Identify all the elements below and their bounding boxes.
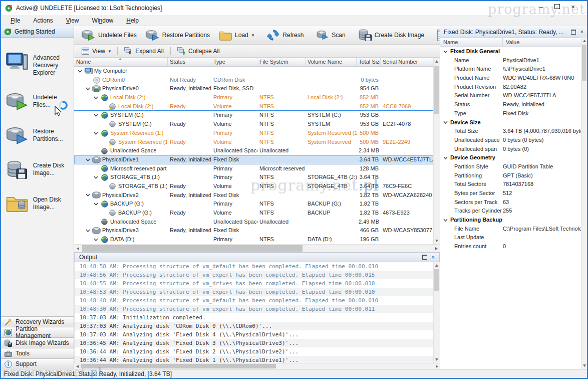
tree-row-system-c[interactable]: SYSTEM (C:)PrimaryNTFSSYSTEM (C:)953 GB — [74, 111, 433, 120]
detail-row-tracks-per-cylinder[interactable]: Tracks per Cylinder255 — [440, 207, 581, 216]
tree-hscroll-thumb[interactable] — [82, 245, 303, 252]
tree-row-system-reserved-1[interactable]: System Reserved (1:)PrimaryNTFSSystem Re… — [74, 129, 433, 138]
sidebar-item-create-disk-image[interactable]: Create Disk Image... — [1, 160, 74, 179]
expand-chevron-icon[interactable] — [93, 238, 99, 242]
toolbar-button-load[interactable]: Load▾ — [214, 29, 258, 42]
column-header-status[interactable]: Status — [168, 58, 211, 66]
sidebar-section-partition-management[interactable]: Partition Management — [1, 327, 74, 337]
scroll-right-icon[interactable] — [434, 363, 440, 369]
tree-row-backup-g[interactable]: BACKUP (G:)ReadyVolumeNTFSBACKUP1.82 TB4… — [74, 209, 433, 218]
collapse-chevron-icon[interactable] — [442, 218, 448, 222]
tree-row-unallocated-space[interactable]: Unallocated SpaceUnallocated SpaceUnallo… — [74, 218, 433, 227]
tree-row-data-d[interactable]: DATA (D:)PrimaryNTFSDATA (D:)196 GB — [74, 235, 433, 244]
tree-row-physicaldrive2[interactable]: PhysicalDrive2Ready, InitializedFixed Di… — [74, 191, 433, 200]
detail-row-unallocated-space[interactable]: Unallocated space0 bytes (0 bytes) — [440, 136, 581, 145]
collapse-chevron-icon[interactable] — [442, 120, 448, 124]
column-header-serial-number[interactable]: Serial Number — [381, 58, 433, 66]
sidebar-section-disk-image-wizards[interactable]: Disk Image Wizards — [1, 337, 74, 348]
detail-row-partition-style[interactable]: Partition StyleGUID Partition Table — [440, 162, 581, 171]
close-button[interactable]: × — [565, 0, 581, 13]
expand-chevron-icon[interactable] — [93, 175, 99, 179]
menu-window[interactable]: Window — [86, 15, 120, 26]
scroll-down-icon[interactable] — [581, 362, 587, 369]
details-name-column-header[interactable]: Name — [440, 38, 503, 47]
collapse-chevron-icon[interactable] — [442, 156, 448, 160]
detail-row-sectors-per-track[interactable]: Sectors per Track63 — [440, 198, 581, 207]
toolbar-button-undelete-files[interactable]: Undelete Files — [77, 29, 141, 42]
scroll-up-icon[interactable] — [434, 262, 440, 269]
detail-row-bytes-per-sector[interactable]: Bytes per Sector512 — [440, 189, 581, 198]
detail-row-type[interactable]: TypeFixed Disk — [440, 109, 581, 118]
scroll-left-icon[interactable] — [74, 245, 81, 252]
details-vscroll-thumb[interactable] — [582, 45, 586, 81]
tree-row-local-disk-2[interactable]: Local Disk (2:)PrimaryNTFSLocal Disk (2:… — [74, 93, 433, 102]
toolbar-button-expand-all[interactable]: Expand All — [120, 46, 168, 56]
tree-row-storage-4tb-j[interactable]: STORAGE_4TB (J:)ReadyVolumeNTFSSTORAGE_4… — [74, 182, 433, 191]
output-vscroll-thumb[interactable] — [434, 269, 439, 291]
menu-actions[interactable]: Actions — [27, 15, 59, 26]
tree-row-system-reserved-1[interactable]: System Reserved (1:)ReadyVolumeNTFSSyste… — [74, 138, 433, 147]
toolbar-button-create-disk-image[interactable]: Create Disk Image — [354, 28, 429, 42]
tree-row-system-c[interactable]: SYSTEM (C:)ReadyVolumeNTFSSYSTEM953 GBEC… — [74, 120, 433, 129]
output-hscroll-thumb[interactable] — [81, 364, 276, 368]
detail-group-device-geometry[interactable]: Device Geometry — [440, 153, 581, 162]
expand-chevron-icon[interactable] — [85, 87, 91, 91]
expand-chevron-icon[interactable] — [93, 202, 99, 206]
column-header-name[interactable]: Name — [74, 58, 168, 66]
expand-chevron-icon[interactable] — [85, 158, 91, 162]
column-header-file-system[interactable]: File System — [257, 58, 306, 66]
tree-row-cdrom0[interactable]: CDRom0Not ReadyCDRom Disk0 bytes — [74, 76, 433, 85]
expand-chevron-icon[interactable] — [77, 69, 83, 73]
getting-started-header[interactable]: Getting Started — [1, 26, 74, 38]
tree-row-physicaldrive0[interactable]: PhysicalDrive0Ready, InitializedFixed Di… — [74, 84, 433, 93]
menu-view[interactable]: View — [60, 15, 86, 26]
toolbar-button-view[interactable]: View▾ — [77, 47, 115, 56]
detail-row-serial-number[interactable]: Serial NumberWD-WCC4E5TJ7TLA — [440, 91, 581, 100]
detail-group-device-size[interactable]: Device Size — [440, 118, 581, 127]
float-panel-icon[interactable] — [422, 255, 427, 260]
toolbar-button-restore-partitions[interactable]: Restore Partitions — [141, 29, 214, 42]
detail-row-product-name[interactable]: Product NameWDC WD40EFRX-68WT0N0 — [440, 74, 581, 83]
expand-chevron-icon[interactable] — [93, 96, 99, 100]
detail-row-last-update[interactable]: Last Update — [440, 233, 581, 242]
expand-chevron-icon[interactable] — [85, 229, 91, 233]
expand-chevron-icon[interactable] — [93, 131, 99, 135]
toolbar-button-scan[interactable]: Scan — [312, 29, 350, 41]
tree-vertical-scrollbar[interactable] — [433, 58, 440, 244]
column-header-volume-name[interactable]: Volume Name — [306, 58, 357, 66]
sidebar-item-undelete-files[interactable]: Undelete Files... — [1, 92, 74, 111]
scroll-left-icon[interactable] — [74, 363, 80, 369]
float-panel-icon[interactable] — [571, 30, 576, 35]
detail-row-total-sectors[interactable]: Total Sectors7814037168 — [440, 180, 581, 189]
expand-chevron-icon[interactable] — [85, 193, 91, 197]
detail-row-platform-name[interactable]: Platform Name\\.\PhysicalDrive1 — [440, 65, 581, 74]
sidebar-item-restore-partitions[interactable]: Restore Partitions... — [1, 126, 74, 145]
output-vertical-scrollbar[interactable] — [433, 262, 440, 363]
sidebar-item-open-disk-image[interactable]: Open Disk Image... — [1, 195, 74, 213]
tree-row-local-disk-2[interactable]: Local Disk (2:)ReadyVolumeNTFS852 MB4CC9… — [74, 102, 433, 111]
collapse-chevron-icon[interactable] — [442, 50, 448, 54]
detail-row-name[interactable]: NamePhysicalDrive1 — [440, 56, 581, 65]
tree-row-backup-g[interactable]: BACKUP (G:)PrimaryNTFSBACKUP (G:)1.82 TB — [74, 200, 433, 209]
detail-row-partitioning[interactable]: PartitioningGPT (Basic) — [440, 171, 581, 180]
tree-row-unallocated-space[interactable]: Unallocated SpaceUnallocated SpaceUnallo… — [74, 146, 433, 155]
tree-row-storage-4tb-j[interactable]: STORAGE_4TB (J:)PrimaryNTFSSTORAGE_4TB (… — [74, 173, 433, 182]
sidebar-section-support[interactable]: Support — [1, 358, 74, 369]
toolbar-button-collapse-all[interactable]: Collapse All — [173, 46, 224, 56]
detail-row-entries-count[interactable]: Entries count0 — [440, 242, 581, 251]
expand-chevron-icon[interactable] — [93, 113, 99, 117]
detail-row-unallocated-span[interactable]: Unallocated span0 bytes (0) — [440, 145, 581, 154]
output-horizontal-scrollbar[interactable] — [74, 363, 440, 369]
detail-group-partitioning-backup[interactable]: Partitioning Backup — [440, 216, 581, 225]
tree-horizontal-scrollbar[interactable] — [74, 244, 440, 252]
detail-group-fixed-disk-general[interactable]: Fixed Disk General — [440, 47, 581, 56]
scroll-right-icon[interactable] — [433, 245, 440, 252]
sidebar-item-advanced-recovery-explorer[interactable]: Advanced Recovery Explorer — [1, 53, 74, 77]
scroll-up-icon[interactable] — [581, 38, 587, 44]
column-header-total-size[interactable]: Total Size — [357, 58, 381, 66]
tree-row-my-computer[interactable]: My Computer — [74, 67, 433, 76]
tree-row-physicaldrive1[interactable]: PhysicalDrive1Ready, InitializedFixed Di… — [74, 155, 433, 164]
maximize-button[interactable] — [549, 0, 565, 13]
scroll-down-icon[interactable] — [434, 356, 440, 363]
detail-row-status[interactable]: StatusReady, Initialized — [440, 100, 581, 109]
